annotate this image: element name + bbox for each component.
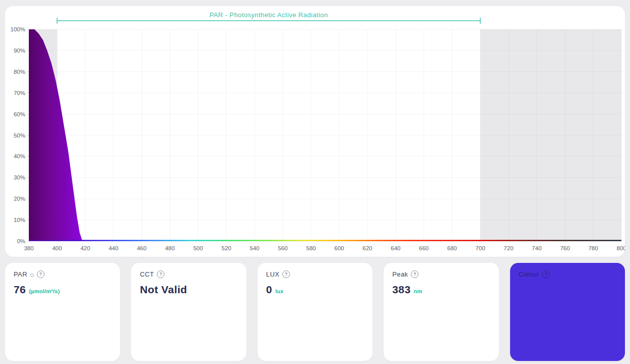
cct-card-header: CCT ? (140, 270, 237, 278)
par-card-value-row: 76 (µmol/m²/s) (14, 284, 111, 296)
y-tick-label: 50% (14, 132, 25, 139)
x-tick-label: 580 (306, 245, 316, 251)
x-tick-label: 400 (52, 245, 62, 251)
y-tick-label: 10% (14, 217, 25, 223)
lux-help-icon[interactable]: ? (282, 270, 290, 278)
colour-card-label: Colour (519, 270, 539, 278)
y-tick-label: 30% (14, 174, 25, 180)
x-tick-label: 560 (278, 245, 287, 251)
x-tick-label: 660 (419, 245, 429, 251)
y-tick-label: 20% (14, 196, 25, 202)
peak-help-icon[interactable]: ? (411, 270, 418, 278)
cct-value: Not Valid (140, 284, 187, 296)
x-tick-label: 500 (193, 245, 203, 251)
x-tick-label: 640 (391, 245, 400, 251)
y-tick-label: 90% (14, 48, 25, 54)
x-tick-label: 380 (24, 245, 33, 251)
spectrum-chart-panel: 3804004204404604805005205405605806006206… (5, 6, 625, 257)
x-tick-label: 680 (447, 245, 457, 251)
par-unit: (µmol/m²/s) (29, 288, 60, 294)
lux-card-header: LUX ? (266, 270, 364, 278)
par-value: 76 (14, 284, 26, 296)
x-tick-label: 440 (109, 245, 118, 251)
lux-value: 0 (266, 284, 272, 296)
x-tick-label: 460 (137, 245, 146, 251)
lux-card: LUX ? 0 lux (258, 263, 372, 361)
cct-help-icon[interactable]: ? (157, 270, 164, 278)
colour-card: Colour ? (510, 263, 625, 361)
x-tick-label: 600 (334, 245, 344, 251)
x-tick-label: 740 (532, 245, 541, 251)
cct-card-label: CCT (140, 270, 154, 278)
x-tick-label: 720 (503, 245, 513, 251)
peak-card: Peak ? 383 nm (384, 263, 498, 361)
par-card-label: PAR (14, 270, 27, 278)
spectrum-baseline (29, 240, 621, 242)
y-tick-label: 0% (17, 238, 25, 244)
lux-unit: lux (275, 288, 284, 294)
x-tick-label: 700 (476, 245, 485, 251)
x-tick-label: 800 (616, 245, 625, 251)
colour-card-header: Colour ? (519, 270, 616, 278)
cct-card-value-row: Not Valid (140, 284, 237, 296)
x-tick-label: 520 (222, 245, 231, 251)
lux-card-label: LUX (266, 270, 280, 278)
spectrum-chart: 3804004204404604805005205405605806006206… (5, 6, 625, 257)
x-tick-label: 420 (80, 245, 90, 251)
peak-value: 383 (392, 284, 410, 296)
y-tick-label: 70% (14, 90, 25, 96)
colour-help-icon[interactable]: ? (542, 270, 550, 278)
x-tick-label: 620 (363, 245, 372, 251)
x-tick-label: 480 (165, 245, 175, 251)
y-tick-label: 60% (14, 111, 25, 117)
y-tick-label: 100% (11, 26, 25, 32)
x-tick-label: 540 (250, 245, 260, 251)
par-card-header: PAR ? (14, 270, 111, 278)
x-tick-label: 760 (560, 245, 570, 251)
y-tick-label: 80% (14, 69, 25, 75)
par-range-title: PAR - Photosynthetic Active Radiation (57, 11, 480, 19)
peak-unit: nm (413, 288, 422, 294)
peak-card-header: Peak ? (392, 270, 490, 278)
par-degree-icon (30, 274, 34, 277)
par-help-icon[interactable]: ? (37, 270, 45, 278)
lux-card-value-row: 0 lux (266, 284, 364, 296)
x-tick-label: 780 (589, 245, 598, 251)
metric-cards-row: PAR ? 76 (µmol/m²/s) CCT ? Not Valid LUX… (5, 263, 625, 361)
cct-card: CCT ? Not Valid (131, 263, 246, 361)
par-card: PAR ? 76 (µmol/m²/s) (5, 263, 120, 361)
peak-card-label: Peak (392, 270, 408, 278)
peak-card-value-row: 383 nm (392, 284, 490, 296)
y-tick-label: 40% (14, 153, 25, 159)
